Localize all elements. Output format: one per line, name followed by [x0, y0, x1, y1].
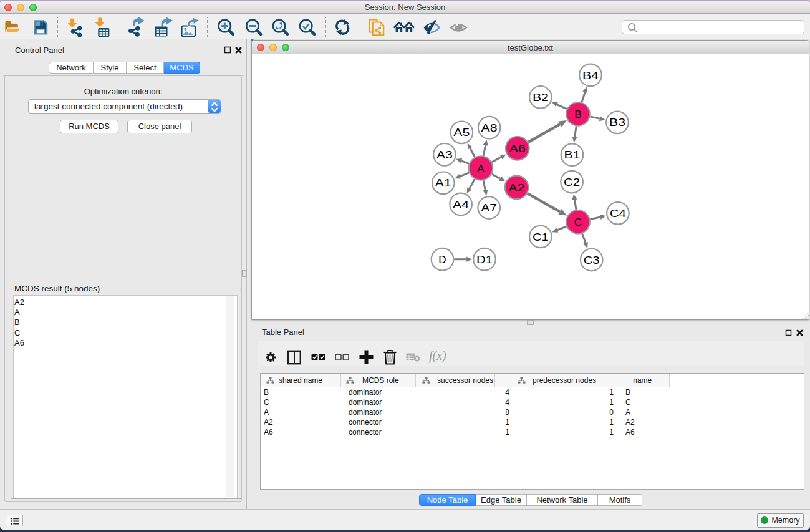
svg-text:B4: B4 [582, 70, 599, 82]
svg-text:D: D [438, 254, 446, 266]
svg-text:A6: A6 [509, 143, 526, 155]
svg-text:A8: A8 [481, 122, 498, 134]
svg-text:A3: A3 [436, 149, 453, 161]
svg-text:B2: B2 [533, 92, 549, 104]
svg-text:C3: C3 [584, 254, 600, 266]
svg-text:A: A [477, 163, 485, 175]
svg-text:C4: C4 [610, 208, 626, 220]
svg-text:C1: C1 [533, 231, 549, 243]
svg-text:C: C [574, 216, 582, 228]
svg-text:C2: C2 [564, 177, 580, 188]
svg-text:B3: B3 [609, 117, 625, 128]
svg-text:A4: A4 [453, 199, 469, 211]
svg-text:B1: B1 [564, 149, 581, 161]
svg-text:A7: A7 [481, 202, 497, 214]
svg-text:A2: A2 [509, 182, 525, 194]
svg-text:A1: A1 [435, 177, 451, 189]
svg-text:D1: D1 [476, 254, 493, 266]
svg-text:B: B [574, 109, 581, 120]
svg-text:A5: A5 [453, 127, 470, 138]
